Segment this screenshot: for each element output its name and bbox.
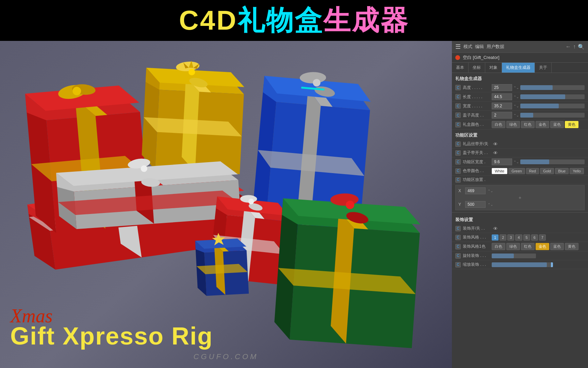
prop-width-value: ⌃⌄: [492, 103, 585, 109]
prop-height-arrow[interactable]: ⌃⌄: [513, 86, 519, 90]
prop-func-width-slider[interactable]: [520, 159, 585, 164]
ribbon-color-blue[interactable]: Blue: [555, 168, 569, 174]
panel-nav-icons: ← ↑ 🔍: [566, 44, 585, 50]
box-color-white[interactable]: 白色: [492, 121, 505, 128]
prop-func-width-toggle[interactable]: C: [455, 159, 461, 165]
prop-lid-input[interactable]: [492, 112, 512, 119]
y-row: Y ⌃⌄: [458, 201, 582, 208]
box-color-yellow[interactable]: 黄色: [565, 121, 578, 128]
prop-ribbon-toggle[interactable]: C: [455, 141, 461, 147]
prop-deco-rotate-toggle[interactable]: C: [455, 253, 461, 259]
prop-width-arrow[interactable]: ⌃⌄: [513, 104, 519, 108]
prop-length-input[interactable]: [492, 93, 512, 100]
prop-lid-ribbon-label: 盖子带开关 . .: [463, 150, 492, 156]
prop-deco-toggle[interactable]: C: [455, 226, 461, 231]
deco-color-gold[interactable]: 金色: [536, 243, 549, 250]
ribbon-color-gold[interactable]: Gold: [540, 168, 554, 174]
prop-deco-scale-toggle[interactable]: C: [455, 262, 461, 267]
prop-lid-ribbon-eye: 👁: [492, 150, 585, 156]
prop-func-place-toggle[interactable]: C: [455, 177, 461, 183]
up-icon[interactable]: ↑: [573, 44, 576, 50]
ribbon-color-red[interactable]: Red: [526, 168, 539, 174]
deco-color-blue[interactable]: 蓝色: [550, 243, 564, 250]
ribbon-eye-icon[interactable]: 👁: [493, 141, 498, 147]
prop-func-width-arrow[interactable]: ⌃⌄: [513, 160, 519, 164]
prop-width-slider[interactable]: [520, 104, 585, 108]
prop-ribbon-color-toggle[interactable]: C: [455, 168, 461, 174]
prop-deco-rotate-row: C 旋转装饰 . . .: [452, 251, 588, 260]
search-icon[interactable]: 🔍: [578, 44, 585, 50]
deco-style-6[interactable]: 6: [531, 234, 538, 241]
menu-edit[interactable]: 编辑: [475, 44, 484, 50]
hamburger-icon[interactable]: ☰: [455, 43, 461, 50]
x-row: X ⌃⌄: [458, 187, 582, 194]
tab-about[interactable]: 关于: [535, 63, 552, 73]
tab-basic[interactable]: 基本: [452, 63, 469, 73]
prop-box-color-toggle[interactable]: C: [455, 122, 461, 127]
deco-scale-slider[interactable]: [492, 262, 553, 267]
deco-style-4[interactable]: 4: [515, 234, 522, 241]
prop-deco-scale-slider: [492, 262, 585, 267]
deco-color-white[interactable]: 白色: [492, 243, 505, 250]
prop-width-label: 宽度 . . . . .: [463, 103, 492, 109]
prop-height-slider[interactable]: [520, 85, 585, 90]
y-arrow[interactable]: ⌃⌄: [488, 203, 493, 206]
prop-ribbon-color-label: 色带颜色 . .: [463, 168, 492, 174]
prop-lid-toggle[interactable]: C: [455, 112, 461, 118]
plus-icon: +: [458, 195, 582, 200]
deco-rotate-slider[interactable]: [492, 254, 536, 258]
prop-deco-style-nums: 1 2 3 4 5 6 7: [492, 234, 585, 241]
prop-deco-style-toggle[interactable]: C: [455, 235, 461, 240]
deco-style-num-row: 1 2 3 4 5 6 7: [492, 234, 546, 241]
deco-style-3[interactable]: 3: [507, 234, 514, 241]
prop-lid-arrow[interactable]: ⌃⌄: [513, 113, 519, 117]
prop-length-arrow[interactable]: ⌃⌄: [513, 95, 519, 99]
ribbon-color-yellow[interactable]: Yello: [570, 168, 584, 174]
prop-deco-color-toggle[interactable]: C: [455, 244, 461, 249]
prop-lid-slider[interactable]: [520, 113, 585, 118]
title-c4d: C4D: [179, 5, 238, 35]
deco-eye-icon[interactable]: 👁: [493, 226, 498, 231]
lid-ribbon-eye-icon[interactable]: 👁: [493, 150, 498, 156]
ribbon-color-green[interactable]: Green: [508, 168, 525, 174]
cgufo-label: CGUFO.COM: [10, 352, 442, 361]
prop-width-row: C 宽度 . . . . . ⌃⌄: [452, 102, 588, 111]
tab-giftbox-gen[interactable]: 礼物盒生成器: [502, 63, 535, 73]
gift-rig-label: Gift Xpresso Rig: [10, 323, 442, 350]
y-input[interactable]: [465, 201, 486, 208]
prop-length-label: 长度 . . . . .: [463, 94, 492, 100]
box-color-red[interactable]: 红色: [521, 121, 535, 128]
prop-width-toggle[interactable]: C: [455, 103, 461, 109]
deco-style-2[interactable]: 2: [500, 234, 506, 241]
deco-style-7[interactable]: 7: [539, 234, 546, 241]
prop-length-toggle[interactable]: C: [455, 94, 461, 99]
ribbon-color-white[interactable]: White: [492, 168, 507, 174]
prop-lid-ribbon-toggle[interactable]: C: [455, 150, 461, 156]
x-arrow[interactable]: ⌃⌄: [488, 189, 493, 193]
prop-func-width-row: C 功能区宽度 . ⌃⌄: [452, 157, 588, 167]
menu-userdata[interactable]: 用户数据: [487, 44, 504, 50]
prop-lid-value: ⌃⌄: [492, 112, 585, 119]
x-input[interactable]: [465, 187, 486, 194]
prop-func-width-value: ⌃⌄: [492, 158, 585, 165]
prop-height-input[interactable]: [492, 84, 512, 91]
deco-color-yellow[interactable]: 黄色: [565, 243, 578, 250]
box-color-blue[interactable]: 蓝色: [550, 121, 564, 128]
menu-mode[interactable]: 模式: [463, 44, 472, 50]
deco-color-red[interactable]: 红色: [521, 243, 535, 250]
deco-style-1[interactable]: 1: [492, 234, 499, 241]
prop-length-slider[interactable]: [520, 94, 585, 99]
prop-lid-height-row: C 盖子高度 . . ⌃⌄: [452, 111, 588, 120]
tab-object[interactable]: 对象: [485, 63, 502, 73]
back-icon[interactable]: ←: [566, 44, 571, 50]
prop-width-input[interactable]: [492, 103, 512, 109]
deco-color-green[interactable]: 绿色: [506, 243, 520, 250]
prop-func-width-input[interactable]: [492, 158, 512, 165]
prop-deco-color-row: C 装饰风格1色 白色 绿色 红色 金色 蓝色 黄色: [452, 242, 588, 251]
box-color-gold[interactable]: 金色: [536, 121, 549, 128]
tab-coord[interactable]: 坐标: [469, 63, 485, 73]
prop-box-color-row: C 礼盒颜色 . . 白色 绿色 红色 金色 蓝色 黄色: [452, 120, 588, 129]
deco-style-5[interactable]: 5: [523, 234, 530, 241]
box-color-green[interactable]: 绿色: [506, 121, 520, 128]
prop-height-toggle[interactable]: C: [455, 85, 461, 90]
